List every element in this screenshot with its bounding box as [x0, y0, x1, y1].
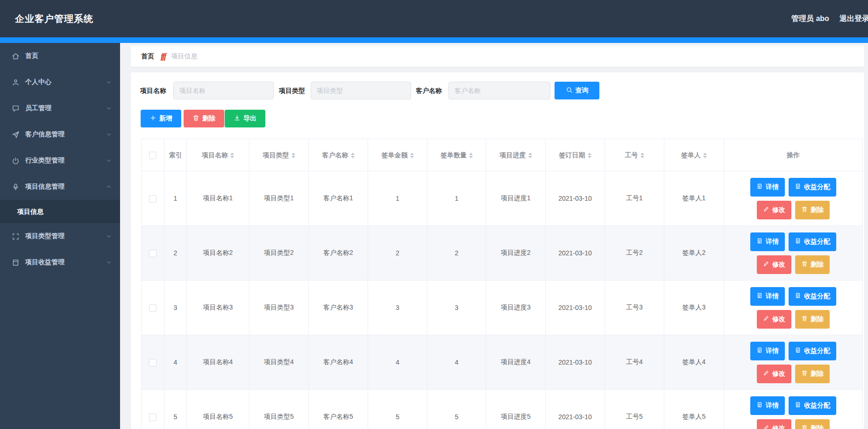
table-row: 3项目名称3项目类型3客户名称333项目进度32021-03-10工号3签单人3…: [142, 281, 863, 335]
row-edit-button[interactable]: 修改: [757, 310, 791, 329]
column-header-customer[interactable]: 客户名称: [309, 139, 368, 171]
sidebar-item-3[interactable]: 员工管理: [0, 95, 120, 121]
sort-caret-icon[interactable]: [588, 153, 591, 158]
sidebar-item-label: 个人中心: [25, 78, 51, 86]
logout-link[interactable]: 退出登录: [840, 0, 868, 37]
row-detail-button[interactable]: 详情: [750, 396, 785, 415]
table-header-row: 索引项目名称项目类型客户名称签单金额签单数量项目进度签订日期工号签单人操作: [142, 139, 863, 171]
row-detail-button[interactable]: 详情: [750, 232, 785, 251]
sort-caret-icon[interactable]: [703, 153, 707, 158]
row-income-button[interactable]: 收益分配: [789, 178, 836, 197]
row-detail-button[interactable]: 详情: [750, 287, 785, 306]
sidebar-item-5[interactable]: 行业类型管理: [0, 148, 120, 174]
cell-quantity: 2: [427, 226, 486, 281]
row-income-button[interactable]: 收益分配: [789, 287, 836, 306]
doc-icon: [756, 347, 763, 355]
sort-caret-icon[interactable]: [528, 153, 532, 158]
sidebar-item-6[interactable]: 项目信息管理: [0, 174, 120, 200]
row-checkbox[interactable]: [149, 250, 157, 257]
pen-icon: [763, 315, 769, 323]
row-edit-button[interactable]: 修改: [757, 201, 791, 219]
cell-type: 项目类型5: [249, 390, 309, 429]
sidebar-item-label: 项目类型管理: [25, 232, 64, 240]
column-header-signer[interactable]: 签单人: [664, 139, 724, 171]
sidebar-subitem[interactable]: 项目信息: [0, 200, 120, 223]
top-navbar: 企业客户管理系统 管理员 abo 退出登录: [0, 0, 868, 37]
add-button[interactable]: 新增: [141, 110, 181, 127]
column-header-name[interactable]: 项目名称: [187, 139, 249, 171]
cell-date: 2021-03-10: [546, 281, 605, 335]
sidebar-item-label: 行业类型管理: [25, 156, 64, 165]
row-edit-button[interactable]: 修改: [757, 419, 791, 429]
row-delete-button[interactable]: 删除: [795, 310, 830, 329]
main-panel: 项目名称项目类型客户名称 查询 新增 删除 导出 索引项目名称项目类型客户名称签…: [131, 72, 864, 429]
cell-cb: [142, 281, 164, 335]
row-edit-button[interactable]: 修改: [757, 365, 791, 383]
sort-caret-icon[interactable]: [292, 153, 295, 158]
cell-name: 项目名称5: [187, 390, 249, 429]
cell-signer: 签单人4: [664, 335, 724, 390]
sidebar-item-2[interactable]: 个人中心: [0, 69, 120, 95]
sort-caret-icon[interactable]: [410, 153, 414, 158]
column-header-actions: 操作: [724, 139, 863, 171]
search-button-label: 查询: [576, 86, 589, 95]
doc-icon: [795, 238, 801, 246]
sidebar-item-7[interactable]: 项目类型管理: [0, 223, 120, 249]
cell-signer: 签单人5: [664, 390, 724, 429]
sort-caret-icon[interactable]: [351, 153, 355, 158]
user-icon: [12, 78, 20, 86]
export-button[interactable]: 导出: [225, 110, 265, 127]
cell-customer: 客户名称5: [309, 390, 368, 429]
column-header-worker[interactable]: 工号: [605, 139, 664, 171]
row-edit-button[interactable]: 修改: [757, 255, 791, 274]
breadcrumb: 首页 fff 项目信息: [131, 46, 864, 67]
sidebar-item-8[interactable]: 项目收益管理: [0, 249, 120, 275]
delete-button[interactable]: 删除: [184, 110, 224, 127]
pen-icon: [763, 260, 769, 268]
sort-caret-icon[interactable]: [469, 153, 473, 158]
column-header-date[interactable]: 签订日期: [546, 139, 605, 171]
breadcrumb-separator-icon: fff: [161, 52, 165, 61]
search-button[interactable]: 查询: [555, 82, 599, 99]
column-header-amount[interactable]: 签单金额: [368, 139, 427, 171]
breadcrumb-current: 项目信息: [171, 52, 197, 61]
cell-name: 项目名称1: [187, 171, 249, 226]
filter-input-1[interactable]: [173, 82, 274, 99]
sort-caret-icon[interactable]: [640, 153, 644, 158]
cell-worker: 工号3: [605, 281, 664, 335]
row-delete-button[interactable]: 删除: [795, 201, 830, 219]
cell-quantity: 3: [427, 281, 486, 335]
sidebar-item-4[interactable]: 客户信息管理: [0, 121, 120, 148]
cell-name: 项目名称2: [187, 226, 249, 281]
cell-quantity: 5: [427, 390, 486, 429]
column-header-cb[interactable]: [142, 139, 164, 171]
download-icon: [234, 114, 241, 123]
select-all-checkbox[interactable]: [149, 152, 157, 159]
current-user-label[interactable]: 管理员 abo: [791, 0, 829, 37]
row-income-button[interactable]: 收益分配: [789, 232, 836, 251]
column-header-type[interactable]: 项目类型: [249, 139, 309, 171]
column-header-quantity[interactable]: 签单数量: [427, 139, 486, 171]
cell-actions: 详情收益分配修改删除: [724, 281, 863, 335]
row-checkbox[interactable]: [149, 414, 157, 421]
filter-input-3[interactable]: [448, 82, 550, 99]
send-icon: [12, 131, 20, 139]
sidebar-menu: 首页个人中心员工管理客户信息管理行业类型管理项目信息管理项目信息项目类型管理项目…: [0, 43, 120, 275]
sidebar-item-label: 项目收益管理: [25, 258, 64, 267]
row-detail-button[interactable]: 详情: [750, 178, 785, 197]
row-income-button[interactable]: 收益分配: [789, 396, 836, 415]
sort-caret-icon[interactable]: [230, 153, 234, 158]
column-header-progress[interactable]: 项目进度: [486, 139, 546, 171]
row-income-button[interactable]: 收益分配: [789, 342, 836, 360]
row-delete-button[interactable]: 删除: [795, 255, 830, 274]
row-delete-button[interactable]: 删除: [795, 365, 830, 383]
row-delete-button[interactable]: 删除: [795, 419, 830, 429]
doc-icon: [795, 347, 801, 355]
row-detail-button[interactable]: 详情: [750, 342, 785, 360]
breadcrumb-home-link[interactable]: 首页: [141, 52, 154, 61]
row-checkbox[interactable]: [149, 359, 157, 366]
row-checkbox[interactable]: [149, 195, 157, 203]
sidebar-item-1[interactable]: 首页: [0, 43, 120, 69]
filter-input-2[interactable]: [311, 82, 411, 99]
row-checkbox[interactable]: [149, 304, 157, 312]
